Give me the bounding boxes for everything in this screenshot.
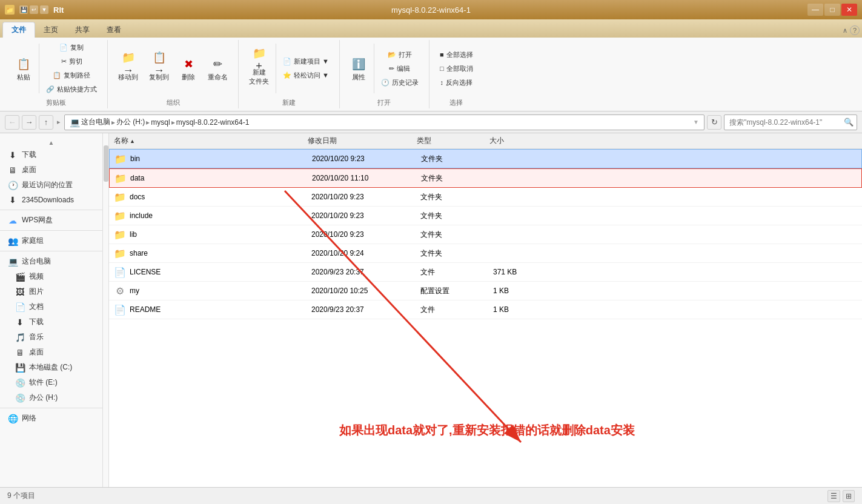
col-date-header[interactable]: 修改日期 — [308, 136, 417, 146]
up-button[interactable]: ↑ — [39, 115, 53, 130]
sidebar-scroll-up[interactable]: ▲ — [0, 138, 102, 147]
wps-icon: ☁ — [7, 216, 18, 225]
new-item-icon: 📄 — [283, 58, 291, 65]
list-view-button[interactable]: ☰ — [827, 490, 840, 502]
file-row-bin[interactable]: 📁 bin 2020/10/20 9:23 文件夹 — [109, 149, 862, 168]
new-label: 新建 — [282, 96, 296, 107]
sidebar-divider-3 — [0, 251, 102, 251]
col-size-header[interactable]: 大小 — [489, 136, 550, 146]
minimize-button[interactable]: — — [807, 4, 823, 16]
history-button[interactable]: 🕐 历史记录 — [377, 76, 423, 89]
paste-button[interactable]: 📋 粘贴 — [11, 53, 36, 84]
file-row-data[interactable]: 📁 data 2020/10/20 11:10 文件夹 — [109, 168, 862, 188]
new-folder-button[interactable]: 📁+ 新建 文件夹 — [245, 48, 273, 88]
select-all-button[interactable]: ■ 全部选择 — [436, 48, 477, 61]
invert-select-button[interactable]: ↕ 反向选择 — [436, 76, 477, 89]
sidebar-item-documents[interactable]: 📄 文档 — [0, 299, 102, 314]
sidebar-item-pictures[interactable]: 🖼 图片 — [0, 284, 102, 299]
cut-button[interactable]: ✂ 剪切 — [42, 55, 101, 68]
folder-icon-docs: 📁 — [114, 191, 126, 203]
maximize-button[interactable]: □ — [824, 4, 840, 16]
new-item-button[interactable]: 📄 新建项目 ▼ — [279, 55, 333, 68]
sidebar-item-desktop2[interactable]: 🖥 桌面 — [0, 345, 102, 360]
edit-button[interactable]: ✏ 编辑 — [377, 62, 423, 75]
sidebar-item-label: 文档 — [29, 302, 44, 312]
file-size-readme: 1 KB — [493, 305, 554, 314]
quick-save[interactable]: 💾 — [19, 5, 28, 14]
local-c-icon: 💾 — [15, 363, 25, 373]
breadcrumb-h: 办公 (H:) — [116, 117, 145, 127]
select-none-button[interactable]: □ 全部取消 — [436, 62, 477, 75]
window-title: mysql-8.0.22-winx64-1 — [391, 5, 471, 15]
search-input[interactable] — [724, 114, 857, 130]
copy-path-button[interactable]: 📋 复制路径 — [42, 69, 101, 82]
sidebar-item-desktop[interactable]: 🖥 桌面 — [0, 162, 102, 177]
file-row-lib[interactable]: 📁 lib 2020/10/20 9:23 文件夹 — [109, 225, 862, 244]
tab-share[interactable]: 共享 — [67, 22, 98, 38]
col-name-header[interactable]: 名称 ▲ — [114, 136, 308, 146]
sidebar-item-videos[interactable]: 🎬 视频 — [0, 269, 102, 284]
help-button[interactable]: ? — [850, 25, 860, 35]
back-button[interactable]: ← — [5, 115, 19, 130]
sidebar-item-network[interactable]: 🌐 网络 — [0, 411, 102, 426]
easy-access-button[interactable]: ⭐ 轻松访问 ▼ — [279, 69, 333, 82]
sidebar-item-recent[interactable]: 🕐 最近访问的位置 — [0, 177, 102, 193]
sidebar-item-homegroup[interactable]: 👥 家庭组 — [0, 233, 102, 248]
sidebar-item-drive-h[interactable]: 💿 办公 (H:) — [0, 390, 102, 405]
documents-icon: 📄 — [15, 302, 25, 312]
edit-icon: ✏ — [389, 65, 394, 73]
grid-view-button[interactable]: ⊞ — [843, 490, 855, 502]
drive-e-icon: 💿 — [15, 378, 25, 388]
ribbon-collapse[interactable]: ∧ — [843, 27, 847, 35]
breadcrumb-thispc: 这台电脑 — [81, 117, 110, 127]
file-row-license[interactable]: 📄 LICENSE 2020/9/23 20:37 文件 371 KB — [109, 263, 862, 282]
sidebar-scrollbar-thumb[interactable] — [104, 145, 108, 182]
sidebar-item-music[interactable]: 🎵 音乐 — [0, 330, 102, 345]
sidebar-item-downloads[interactable]: ⬇ 下载 — [0, 147, 102, 162]
invert-icon: ↕ — [440, 79, 444, 86]
file-row-include[interactable]: 📁 include 2020/10/20 9:23 文件夹 — [109, 207, 862, 225]
address-bar[interactable]: 💻 这台电脑 ▸ 办公 (H:) ▸ mysql ▸ mysql-8.0.22-… — [64, 114, 705, 130]
file-date-share: 2020/10/20 9:24 — [311, 249, 420, 257]
properties-button[interactable]: ℹ️ 属性 — [346, 53, 371, 84]
col-type-header[interactable]: 类型 — [417, 136, 489, 146]
file-row-share[interactable]: 📁 share 2020/10/20 9:24 文件夹 — [109, 244, 862, 263]
file-type-license: 文件 — [420, 267, 493, 277]
tab-file[interactable]: 文件 — [2, 22, 35, 38]
breadcrumb: 💻 这台电脑 ▸ 办公 (H:) ▸ mysql ▸ mysql-8.0.22-… — [70, 117, 691, 127]
refresh-button[interactable]: ↻ — [707, 115, 721, 130]
thispc-icon: 💻 — [7, 257, 18, 267]
file-row-my[interactable]: ⚙ my 2020/10/20 10:25 配置设置 1 KB — [109, 282, 862, 300]
select-none-icon: □ — [440, 65, 444, 72]
file-name-lib: lib — [130, 230, 311, 239]
delete-icon: ✖ — [180, 56, 197, 73]
tab-view[interactable]: 查看 — [98, 22, 130, 38]
delete-button[interactable]: ✖ 删除 — [176, 53, 201, 84]
copy-button[interactable]: 📄 复制 — [42, 41, 101, 54]
sidebar-item-wps[interactable]: ☁ WPS网盘 — [0, 213, 102, 228]
file-icon-readme: 📄 — [114, 303, 126, 316]
sidebar-item-downloads2[interactable]: ⬇ 下载 — [0, 314, 102, 330]
paste-shortcut-button[interactable]: 🔗 粘贴快捷方式 — [42, 83, 101, 96]
file-name-bin: bin — [130, 154, 312, 163]
sidebar-item-drive-e[interactable]: 💿 软件 (E:) — [0, 375, 102, 390]
copy-to-icon: 📋→ — [151, 56, 168, 73]
close-button[interactable]: ✕ — [841, 4, 857, 16]
rename-button[interactable]: ✏ 重命名 — [204, 53, 232, 84]
file-row-readme[interactable]: 📄 README 2020/9/23 20:37 文件 1 KB — [109, 300, 862, 319]
sidebar-item-local-c[interactable]: 💾 本地磁盘 (C:) — [0, 360, 102, 375]
copy-to-button[interactable]: 📋→ 复制到 — [145, 53, 173, 84]
title-bar-left: 📁 💾 ↩ ▼ RIt — [5, 5, 64, 15]
move-to-button[interactable]: 📁→ 移动到 — [114, 53, 142, 84]
new-group: 📁+ 新建 文件夹 📄 新建项目 ▼ ⭐ 轻松访问 ▼ 新建 — [239, 40, 340, 108]
open-button[interactable]: 📂 打开 — [377, 48, 423, 61]
file-date-my: 2020/10/20 10:25 — [311, 287, 420, 295]
sidebar-item-thispc[interactable]: 💻 这台电脑 — [0, 254, 102, 269]
forward-button[interactable]: → — [22, 115, 36, 130]
open-label: 打开 — [377, 96, 391, 107]
file-row-docs[interactable]: 📁 docs 2020/10/20 9:23 文件夹 — [109, 188, 862, 207]
sidebar-item-2345[interactable]: ⬇ 2345Downloads — [0, 193, 102, 207]
quick-undo[interactable]: ↩ — [30, 5, 38, 14]
quick-dropdown[interactable]: ▼ — [40, 5, 48, 14]
tab-home[interactable]: 主页 — [35, 22, 67, 38]
